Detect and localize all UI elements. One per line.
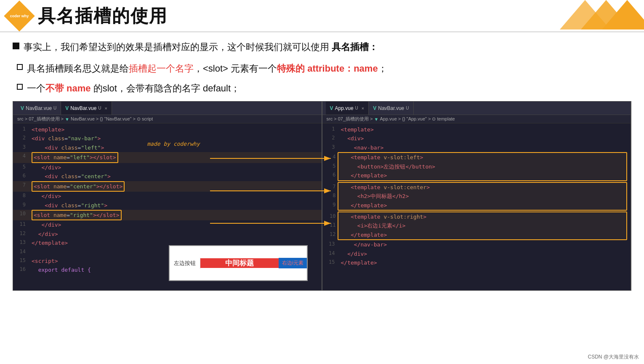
left-panel-tabs: V NavBar.vue U V NavBar.vue U × [13,102,322,115]
right-line-num-1: 1 [326,125,335,134]
line-num-16: 16 [16,265,26,274]
left-tab-1-badge: U [53,106,56,110]
preview-center-text: 中间标题 [225,258,254,268]
left-bc-file: NavBar.vue > {} "NavBar.vue" > ⊙ script [71,116,153,122]
right-tab-app-active[interactable]: V App.vue U × [326,102,369,115]
left-breadcrumb-text: src > 07_插槽的使用 > [17,116,64,122]
red-bold-text-1: 特殊的 attribute：name [277,63,378,74]
right-line-13-content: </nav-bar> [341,240,628,249]
right-line-15-content: </template> [341,258,628,267]
left-code-panel: V NavBar.vue U V NavBar.vue U × src > 07… [13,102,322,290]
right-code-line-13: 13 </nav-bar> [322,240,631,249]
line-num-4: 4 [16,152,26,161]
right-line-4-content: <template v-slot:left> [344,153,623,162]
code-line-11: 11 </div> [13,220,322,229]
sub-bullet-1: 具名插槽顾名思义就是给插槽起一个名字，<slot> 元素有一个特殊的 attri… [17,62,631,75]
right-bc-file: App.vue > {} "App.vue" > ⊙ template [380,116,455,122]
line-num-10: 10 [16,210,26,218]
right-line-7-content: <template v-slot:center> [344,183,623,192]
right-line-2-content: <div> [341,134,628,143]
left-bc-vue-icon: ▼ [65,117,69,122]
preview-right-text: 右边i元素 [282,260,303,267]
vue-icon-4: V [373,105,376,111]
logo-diamond: coder why [4,0,35,32]
code-line-12: 12 </div> [13,230,322,238]
line-5-content: </div> [32,163,318,172]
bold-named-slot: 具名插槽： [332,42,378,52]
left-tab-navbar-active[interactable]: V NavBar.vue U × [61,102,112,115]
code-line-3: 3 <div class="left"> [13,143,322,152]
red-text-1: 插槽起一个名字 [129,63,194,74]
page-title: 具名插槽的使用 [38,4,168,28]
line-num-11: 11 [16,220,26,229]
right-code-body: 1 <template> 2 <div> 3 <nav-bar> 4 [322,123,631,269]
line-num-14: 14 [16,248,26,256]
right-tab-navbar[interactable]: V NavBar.vue U [369,102,413,115]
right-line-num-2: 2 [326,134,335,142]
sub-bullet-1-icon [17,64,23,70]
vue-icon-2: V [65,105,69,111]
right-line-5-content: <button>左边按钮</button> [344,162,623,171]
left-tab-2-close[interactable]: × [105,106,107,111]
right-template-box-left: 4 <template v-slot:left> 5 <button>左边按钮<… [338,152,628,181]
right-code-line-9: 9 </template> [338,201,627,210]
right-tab-1-badge: U [355,106,358,110]
right-code-line-1: 1 <template> [322,125,631,134]
right-tab-2-label: NavBar.vue [378,105,404,111]
line-num-15: 15 [16,257,26,265]
code-line-6: 6 <div class="center"> [13,172,322,181]
right-code-line-14: 14 </div> [322,249,631,258]
right-line-num-5: 5 [323,162,338,171]
code-line-1: 1 <template> [13,125,322,134]
right-line-num-3: 3 [326,143,335,152]
right-breadcrumb: src > 07_插槽的使用 > ▼ App.vue > {} "App.vue… [322,115,631,123]
sub-bullet-2-text: 一个不带 name 的slot，会带有隐含的名字 default； [27,81,240,95]
right-breadcrumb-text: src > 07_插槽的使用 > [327,116,373,122]
code-line-8: 8 </div> [13,192,322,201]
line-6-content: <div class="center"> [32,172,318,181]
right-line-10-content: <template v-slot:right> [344,212,623,221]
line-1-content: <template> [32,125,318,134]
right-line-num-8: 8 [323,192,338,200]
right-line-num-9: 9 [323,201,338,209]
right-code-line-12: 12 </template> [338,230,627,239]
left-breadcrumb: src > 07_插槽的使用 > ▼ NavBar.vue > {} "NavB… [13,115,322,123]
right-code-panel: V App.vue U × V NavBar.vue U src > 07_插槽… [322,102,631,290]
logo-text: coder why [10,14,29,19]
right-line-num-11: 11 [323,221,338,230]
right-code-line-5: 5 <button>左边按钮</button> [338,162,627,171]
right-line-num-6: 6 [323,171,338,179]
left-tab-2-badge: U [98,106,101,110]
right-line-6-content: </template> [344,171,623,180]
right-line-1-content: <template> [341,125,628,134]
right-line-11-content: <i>右边i元素</i> [344,221,623,230]
right-code-line-4: 4 <template v-slot:left> [338,153,627,162]
preview-right-area: 右边i元素 [279,258,307,268]
preview-box: 左边按钮 中间标题 右边i元素 [169,245,308,281]
right-line-9-content: </template> [344,201,623,210]
right-bc-vue-icon: ▼ [374,117,379,122]
right-line-num-12: 12 [323,230,338,239]
line-num-7: 7 [16,181,26,190]
line-7-content: <slot name="center"></slot> [32,181,318,192]
content-area: 事实上，我们希望达到的效果是插槽对应的显示，这个时候我们就可以使用 具名插槽： … [0,32,644,295]
right-line-num-15: 15 [326,258,335,267]
right-code-line-6: 6 </template> [338,171,627,180]
line-num-2: 2 [16,134,26,142]
code-line-9: 9 <div class="right"> [13,201,322,210]
line-3-content: <div class="left"> [32,143,318,152]
bullet-square-icon [13,43,19,49]
right-tab-1-close[interactable]: × [362,106,364,111]
code-line-4: 4 <slot name="left"></slot> [13,152,322,163]
right-line-num-4: 4 [323,153,338,161]
left-tab-2-label: NavBar.vue [70,105,96,111]
csdn-watermark: CSDN @大海里没有水 [588,353,639,361]
line-num-5: 5 [16,163,26,171]
right-template-box-right: 10 <template v-slot:right> 11 <i>右边i元素</… [338,211,628,240]
line-num-8: 8 [16,192,26,200]
right-code-line-15: 15 </template> [322,258,631,267]
main-bullet: 事实上，我们希望达到的效果是插槽对应的显示，这个时候我们就可以使用 具名插槽： [13,40,631,54]
right-line-num-7: 7 [323,183,338,191]
left-tab-navbar-inactive[interactable]: V NavBar.vue U [16,102,61,115]
right-code-line-2: 2 <div> [322,134,631,143]
